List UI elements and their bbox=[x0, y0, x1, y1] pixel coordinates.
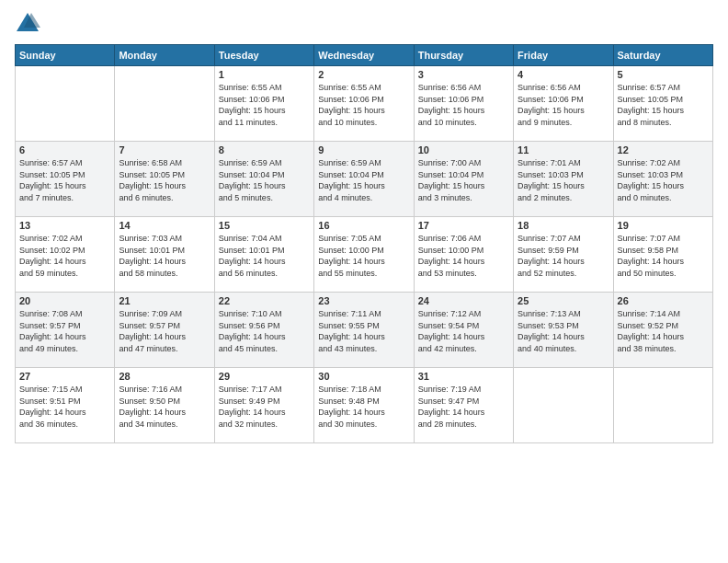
calendar-day-14: 14Sunrise: 7:03 AMSunset: 10:01 PMDaylig… bbox=[115, 217, 214, 293]
calendar-day-15: 15Sunrise: 7:04 AMSunset: 10:01 PMDaylig… bbox=[214, 217, 313, 293]
day-number: 29 bbox=[219, 371, 310, 382]
day-number: 11 bbox=[518, 144, 609, 155]
day-info: Sunrise: 7:09 AMSunset: 9:57 PMDaylight:… bbox=[119, 308, 210, 354]
calendar-week-row: 20Sunrise: 7:08 AMSunset: 9:57 PMDayligh… bbox=[16, 293, 713, 368]
day-number: 8 bbox=[219, 144, 310, 155]
calendar-day-5: 5Sunrise: 6:57 AMSunset: 10:05 PMDayligh… bbox=[613, 66, 712, 142]
empty-cell bbox=[514, 368, 613, 443]
day-info: Sunrise: 6:59 AMSunset: 10:04 PMDaylight… bbox=[318, 157, 409, 203]
day-number: 15 bbox=[219, 220, 310, 231]
day-info: Sunrise: 6:57 AMSunset: 10:05 PMDaylight… bbox=[618, 82, 709, 128]
calendar-week-row: 13Sunrise: 7:02 AMSunset: 10:02 PMDaylig… bbox=[16, 217, 713, 293]
page: SundayMondayTuesdayWednesdayThursdayFrid… bbox=[0, 0, 728, 563]
calendar-day-8: 8Sunrise: 6:59 AMSunset: 10:04 PMDayligh… bbox=[214, 142, 313, 217]
col-header-thursday: Thursday bbox=[414, 45, 513, 66]
calendar-day-30: 30Sunrise: 7:18 AMSunset: 9:48 PMDayligh… bbox=[314, 368, 414, 443]
calendar-day-25: 25Sunrise: 7:13 AMSunset: 9:53 PMDayligh… bbox=[514, 293, 613, 368]
calendar-day-7: 7Sunrise: 6:58 AMSunset: 10:05 PMDayligh… bbox=[115, 142, 214, 217]
day-number: 20 bbox=[19, 295, 110, 306]
day-number: 23 bbox=[318, 295, 409, 306]
empty-cell bbox=[16, 66, 115, 142]
calendar-day-11: 11Sunrise: 7:01 AMSunset: 10:03 PMDaylig… bbox=[514, 142, 613, 217]
day-info: Sunrise: 7:16 AMSunset: 9:50 PMDaylight:… bbox=[119, 384, 210, 430]
day-number: 12 bbox=[618, 144, 709, 155]
day-number: 2 bbox=[318, 69, 409, 80]
calendar-day-10: 10Sunrise: 7:00 AMSunset: 10:04 PMDaylig… bbox=[414, 142, 513, 217]
calendar-day-21: 21Sunrise: 7:09 AMSunset: 9:57 PMDayligh… bbox=[115, 293, 214, 368]
day-number: 3 bbox=[418, 69, 509, 80]
day-info: Sunrise: 7:01 AMSunset: 10:03 PMDaylight… bbox=[518, 157, 609, 203]
day-number: 6 bbox=[19, 144, 110, 155]
day-number: 27 bbox=[19, 371, 110, 382]
day-info: Sunrise: 7:14 AMSunset: 9:52 PMDaylight:… bbox=[618, 308, 709, 354]
day-info: Sunrise: 7:07 AMSunset: 9:59 PMDaylight:… bbox=[518, 233, 609, 279]
day-info: Sunrise: 7:07 AMSunset: 9:58 PMDaylight:… bbox=[618, 233, 709, 279]
header bbox=[15, 11, 713, 37]
col-header-sunday: Sunday bbox=[16, 45, 115, 66]
day-info: Sunrise: 6:58 AMSunset: 10:05 PMDaylight… bbox=[119, 157, 210, 203]
day-number: 13 bbox=[19, 220, 110, 231]
day-info: Sunrise: 7:00 AMSunset: 10:04 PMDaylight… bbox=[418, 157, 509, 203]
calendar-week-row: 27Sunrise: 7:15 AMSunset: 9:51 PMDayligh… bbox=[16, 368, 713, 443]
day-info: Sunrise: 7:18 AMSunset: 9:48 PMDaylight:… bbox=[318, 384, 409, 430]
day-info: Sunrise: 7:02 AMSunset: 10:02 PMDaylight… bbox=[19, 233, 110, 279]
col-header-monday: Monday bbox=[115, 45, 214, 66]
calendar-day-31: 31Sunrise: 7:19 AMSunset: 9:47 PMDayligh… bbox=[414, 368, 513, 443]
calendar-day-3: 3Sunrise: 6:56 AMSunset: 10:06 PMDayligh… bbox=[414, 66, 513, 142]
day-info: Sunrise: 7:12 AMSunset: 9:54 PMDaylight:… bbox=[418, 308, 509, 354]
calendar-day-28: 28Sunrise: 7:16 AMSunset: 9:50 PMDayligh… bbox=[115, 368, 214, 443]
day-info: Sunrise: 6:55 AMSunset: 10:06 PMDaylight… bbox=[318, 82, 409, 128]
day-info: Sunrise: 7:04 AMSunset: 10:01 PMDaylight… bbox=[219, 233, 310, 279]
calendar-day-12: 12Sunrise: 7:02 AMSunset: 10:03 PMDaylig… bbox=[613, 142, 712, 217]
day-number: 4 bbox=[518, 69, 609, 80]
calendar-day-17: 17Sunrise: 7:06 AMSunset: 10:00 PMDaylig… bbox=[414, 217, 513, 293]
calendar-day-29: 29Sunrise: 7:17 AMSunset: 9:49 PMDayligh… bbox=[214, 368, 313, 443]
calendar-day-6: 6Sunrise: 6:57 AMSunset: 10:05 PMDayligh… bbox=[16, 142, 115, 217]
logo bbox=[15, 11, 42, 37]
day-info: Sunrise: 7:06 AMSunset: 10:00 PMDaylight… bbox=[418, 233, 509, 279]
calendar-day-2: 2Sunrise: 6:55 AMSunset: 10:06 PMDayligh… bbox=[314, 66, 414, 142]
day-info: Sunrise: 6:57 AMSunset: 10:05 PMDaylight… bbox=[19, 157, 110, 203]
day-info: Sunrise: 7:19 AMSunset: 9:47 PMDaylight:… bbox=[418, 384, 509, 430]
day-number: 22 bbox=[219, 295, 310, 306]
day-number: 24 bbox=[418, 295, 509, 306]
day-number: 30 bbox=[318, 371, 409, 382]
calendar-day-20: 20Sunrise: 7:08 AMSunset: 9:57 PMDayligh… bbox=[16, 293, 115, 368]
logo-icon bbox=[15, 11, 40, 37]
day-number: 16 bbox=[318, 220, 409, 231]
calendar-day-26: 26Sunrise: 7:14 AMSunset: 9:52 PMDayligh… bbox=[613, 293, 712, 368]
calendar-day-23: 23Sunrise: 7:11 AMSunset: 9:55 PMDayligh… bbox=[314, 293, 414, 368]
day-number: 25 bbox=[518, 295, 609, 306]
col-header-tuesday: Tuesday bbox=[214, 45, 313, 66]
calendar-day-18: 18Sunrise: 7:07 AMSunset: 9:59 PMDayligh… bbox=[514, 217, 613, 293]
day-info: Sunrise: 7:03 AMSunset: 10:01 PMDaylight… bbox=[119, 233, 210, 279]
day-number: 5 bbox=[618, 69, 709, 80]
calendar-header-row: SundayMondayTuesdayWednesdayThursdayFrid… bbox=[16, 45, 713, 66]
day-info: Sunrise: 7:08 AMSunset: 9:57 PMDaylight:… bbox=[19, 308, 110, 354]
day-number: 31 bbox=[418, 371, 509, 382]
col-header-friday: Friday bbox=[514, 45, 613, 66]
day-info: Sunrise: 7:17 AMSunset: 9:49 PMDaylight:… bbox=[219, 384, 310, 430]
calendar-table: SundayMondayTuesdayWednesdayThursdayFrid… bbox=[15, 44, 713, 443]
day-info: Sunrise: 7:13 AMSunset: 9:53 PMDaylight:… bbox=[518, 308, 609, 354]
calendar-day-13: 13Sunrise: 7:02 AMSunset: 10:02 PMDaylig… bbox=[16, 217, 115, 293]
calendar-week-row: 1Sunrise: 6:55 AMSunset: 10:06 PMDayligh… bbox=[16, 66, 713, 142]
day-number: 21 bbox=[119, 295, 210, 306]
calendar-day-16: 16Sunrise: 7:05 AMSunset: 10:00 PMDaylig… bbox=[314, 217, 414, 293]
day-info: Sunrise: 7:02 AMSunset: 10:03 PMDaylight… bbox=[618, 157, 709, 203]
calendar-day-24: 24Sunrise: 7:12 AMSunset: 9:54 PMDayligh… bbox=[414, 293, 513, 368]
col-header-wednesday: Wednesday bbox=[314, 45, 414, 66]
day-info: Sunrise: 7:10 AMSunset: 9:56 PMDaylight:… bbox=[219, 308, 310, 354]
day-number: 7 bbox=[119, 144, 210, 155]
day-number: 18 bbox=[518, 220, 609, 231]
day-number: 28 bbox=[119, 371, 210, 382]
day-info: Sunrise: 7:05 AMSunset: 10:00 PMDaylight… bbox=[318, 233, 409, 279]
day-number: 9 bbox=[318, 144, 409, 155]
calendar-day-9: 9Sunrise: 6:59 AMSunset: 10:04 PMDayligh… bbox=[314, 142, 414, 217]
calendar-day-19: 19Sunrise: 7:07 AMSunset: 9:58 PMDayligh… bbox=[613, 217, 712, 293]
calendar-week-row: 6Sunrise: 6:57 AMSunset: 10:05 PMDayligh… bbox=[16, 142, 713, 217]
day-info: Sunrise: 6:59 AMSunset: 10:04 PMDaylight… bbox=[219, 157, 310, 203]
empty-cell bbox=[115, 66, 214, 142]
calendar-day-4: 4Sunrise: 6:56 AMSunset: 10:06 PMDayligh… bbox=[514, 66, 613, 142]
day-info: Sunrise: 7:15 AMSunset: 9:51 PMDaylight:… bbox=[19, 384, 110, 430]
